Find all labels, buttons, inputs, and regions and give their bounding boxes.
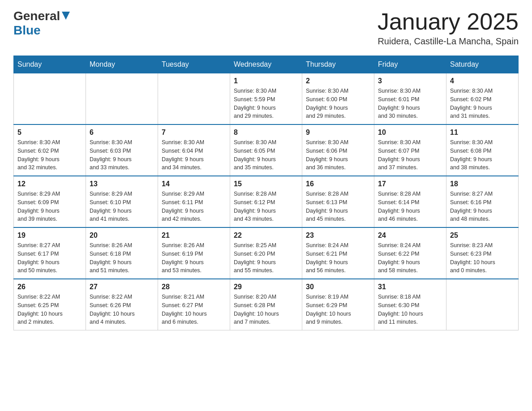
page-header: General Blue January 2025 Ruidera, Casti… [13, 9, 519, 47]
day-info: Sunrise: 8:30 AMSunset: 5:59 PMDaylight:… [234, 87, 298, 120]
day-info: Sunrise: 8:24 AMSunset: 6:21 PMDaylight:… [306, 241, 370, 275]
day-info: Sunrise: 8:27 AMSunset: 6:17 PMDaylight:… [17, 241, 82, 275]
calendar-cell: 13Sunrise: 8:29 AMSunset: 6:10 PMDayligh… [86, 176, 158, 227]
day-number: 26 [17, 283, 82, 291]
day-number: 9 [306, 128, 370, 137]
day-info: Sunrise: 8:30 AMSunset: 6:02 PMDaylight:… [17, 138, 82, 172]
day-info: Sunrise: 8:29 AMSunset: 6:11 PMDaylight:… [162, 190, 226, 223]
day-info: Sunrise: 8:30 AMSunset: 6:02 PMDaylight:… [450, 87, 515, 120]
day-number: 8 [234, 128, 298, 137]
day-number: 18 [450, 180, 515, 188]
week-row-5: 26Sunrise: 8:22 AMSunset: 6:25 PMDayligh… [14, 279, 519, 330]
calendar-cell [158, 73, 230, 125]
day-info: Sunrise: 8:28 AMSunset: 6:13 PMDaylight:… [306, 190, 370, 223]
calendar-cell: 24Sunrise: 8:24 AMSunset: 6:22 PMDayligh… [374, 227, 446, 279]
day-number: 13 [90, 180, 154, 188]
day-info: Sunrise: 8:20 AMSunset: 6:28 PMDaylight:… [234, 293, 298, 326]
day-info: Sunrise: 8:30 AMSunset: 6:00 PMDaylight:… [306, 87, 370, 120]
calendar-cell: 2Sunrise: 8:30 AMSunset: 6:00 PMDaylight… [302, 73, 374, 125]
week-row-4: 19Sunrise: 8:27 AMSunset: 6:17 PMDayligh… [14, 227, 519, 279]
calendar-title: January 2025 [378, 9, 519, 34]
calendar-table: SundayMondayTuesdayWednesdayThursdayFrid… [13, 56, 519, 330]
week-row-1: 1Sunrise: 8:30 AMSunset: 5:59 PMDaylight… [14, 73, 519, 125]
calendar-cell: 27Sunrise: 8:22 AMSunset: 6:26 PMDayligh… [86, 279, 158, 330]
day-info: Sunrise: 8:30 AMSunset: 6:03 PMDaylight:… [90, 138, 154, 172]
day-info: Sunrise: 8:23 AMSunset: 6:23 PMDaylight:… [450, 241, 515, 275]
day-info: Sunrise: 8:24 AMSunset: 6:22 PMDaylight:… [378, 241, 442, 275]
day-number: 5 [17, 128, 82, 137]
day-info: Sunrise: 8:21 AMSunset: 6:27 PMDaylight:… [162, 293, 226, 326]
week-row-3: 12Sunrise: 8:29 AMSunset: 6:09 PMDayligh… [14, 176, 519, 227]
day-number: 14 [162, 180, 226, 188]
day-number: 2 [306, 77, 370, 85]
day-number: 29 [234, 283, 298, 291]
calendar-cell: 9Sunrise: 8:30 AMSunset: 6:06 PMDaylight… [302, 124, 374, 176]
day-number: 24 [378, 231, 442, 240]
day-info: Sunrise: 8:22 AMSunset: 6:26 PMDaylight:… [90, 293, 154, 326]
day-number: 30 [306, 283, 370, 291]
calendar-body: 1Sunrise: 8:30 AMSunset: 5:59 PMDaylight… [14, 73, 519, 330]
day-number: 3 [378, 77, 442, 85]
calendar-cell [86, 73, 158, 125]
logo: General Blue [13, 9, 71, 38]
calendar-cell: 1Sunrise: 8:30 AMSunset: 5:59 PMDaylight… [230, 73, 302, 125]
calendar-header: SundayMondayTuesdayWednesdayThursdayFrid… [14, 56, 519, 73]
day-number: 1 [234, 77, 298, 85]
calendar-cell: 19Sunrise: 8:27 AMSunset: 6:17 PMDayligh… [14, 227, 86, 279]
header-row: SundayMondayTuesdayWednesdayThursdayFrid… [14, 56, 519, 73]
calendar-cell: 15Sunrise: 8:28 AMSunset: 6:12 PMDayligh… [230, 176, 302, 227]
calendar-cell: 18Sunrise: 8:27 AMSunset: 6:16 PMDayligh… [446, 176, 519, 227]
column-header-tuesday: Tuesday [158, 56, 230, 73]
calendar-cell [446, 279, 519, 330]
day-number: 22 [234, 231, 298, 240]
day-number: 23 [306, 231, 370, 240]
calendar-subtitle: Ruidera, Castille-La Mancha, Spain [378, 36, 519, 47]
day-number: 31 [378, 283, 442, 291]
day-number: 25 [450, 231, 515, 240]
calendar-cell: 26Sunrise: 8:22 AMSunset: 6:25 PMDayligh… [14, 279, 86, 330]
day-info: Sunrise: 8:30 AMSunset: 6:05 PMDaylight:… [234, 138, 298, 172]
day-info: Sunrise: 8:29 AMSunset: 6:10 PMDaylight:… [90, 190, 154, 223]
day-number: 20 [90, 231, 154, 240]
calendar-cell: 23Sunrise: 8:24 AMSunset: 6:21 PMDayligh… [302, 227, 374, 279]
calendar-cell: 10Sunrise: 8:30 AMSunset: 6:07 PMDayligh… [374, 124, 446, 176]
calendar-cell: 3Sunrise: 8:30 AMSunset: 6:01 PMDaylight… [374, 73, 446, 125]
column-header-monday: Monday [86, 56, 158, 73]
calendar-cell: 30Sunrise: 8:19 AMSunset: 6:29 PMDayligh… [302, 279, 374, 330]
column-header-saturday: Saturday [446, 56, 519, 73]
logo-arrow-icon [61, 11, 71, 22]
calendar-cell: 17Sunrise: 8:28 AMSunset: 6:14 PMDayligh… [374, 176, 446, 227]
week-row-2: 5Sunrise: 8:30 AMSunset: 6:02 PMDaylight… [14, 124, 519, 176]
day-number: 10 [378, 128, 442, 137]
day-number: 16 [306, 180, 370, 188]
day-info: Sunrise: 8:27 AMSunset: 6:16 PMDaylight:… [450, 190, 515, 223]
calendar-cell: 20Sunrise: 8:26 AMSunset: 6:18 PMDayligh… [86, 227, 158, 279]
calendar-cell: 12Sunrise: 8:29 AMSunset: 6:09 PMDayligh… [14, 176, 86, 227]
day-info: Sunrise: 8:28 AMSunset: 6:14 PMDaylight:… [378, 190, 442, 223]
column-header-friday: Friday [374, 56, 446, 73]
calendar-cell: 8Sunrise: 8:30 AMSunset: 6:05 PMDaylight… [230, 124, 302, 176]
title-area: January 2025 Ruidera, Castille-La Mancha… [378, 9, 519, 47]
logo-blue-text: Blue [13, 23, 41, 37]
day-info: Sunrise: 8:19 AMSunset: 6:29 PMDaylight:… [306, 293, 370, 326]
calendar-cell: 7Sunrise: 8:30 AMSunset: 6:04 PMDaylight… [158, 124, 230, 176]
calendar-cell [14, 73, 86, 125]
day-info: Sunrise: 8:22 AMSunset: 6:25 PMDaylight:… [17, 293, 82, 326]
column-header-thursday: Thursday [302, 56, 374, 73]
calendar-cell: 11Sunrise: 8:30 AMSunset: 6:08 PMDayligh… [446, 124, 519, 176]
column-header-sunday: Sunday [14, 56, 86, 73]
day-info: Sunrise: 8:30 AMSunset: 6:06 PMDaylight:… [306, 138, 370, 172]
day-info: Sunrise: 8:30 AMSunset: 6:04 PMDaylight:… [162, 138, 226, 172]
calendar-cell: 31Sunrise: 8:18 AMSunset: 6:30 PMDayligh… [374, 279, 446, 330]
calendar-cell: 5Sunrise: 8:30 AMSunset: 6:02 PMDaylight… [14, 124, 86, 176]
day-number: 28 [162, 283, 226, 291]
calendar-cell: 4Sunrise: 8:30 AMSunset: 6:02 PMDaylight… [446, 73, 519, 125]
day-info: Sunrise: 8:30 AMSunset: 6:01 PMDaylight:… [378, 87, 442, 120]
calendar-cell: 21Sunrise: 8:26 AMSunset: 6:19 PMDayligh… [158, 227, 230, 279]
day-number: 27 [90, 283, 154, 291]
calendar-cell: 28Sunrise: 8:21 AMSunset: 6:27 PMDayligh… [158, 279, 230, 330]
day-number: 12 [17, 180, 82, 188]
day-number: 11 [450, 128, 515, 137]
day-info: Sunrise: 8:26 AMSunset: 6:19 PMDaylight:… [162, 241, 226, 275]
svg-marker-0 [62, 12, 70, 20]
